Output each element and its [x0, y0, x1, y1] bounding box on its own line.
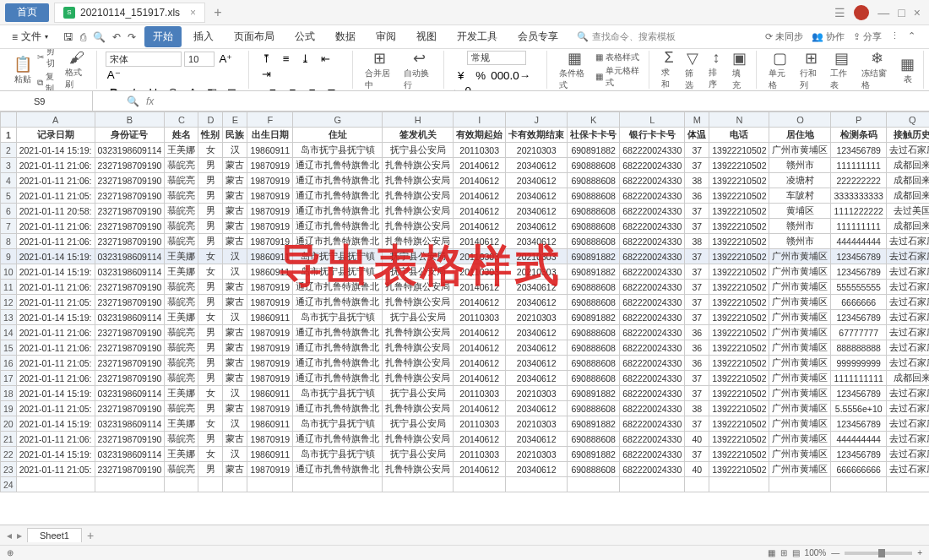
- cell[interactable]: 成都回来: [886, 173, 929, 188]
- cell[interactable]: 20110303: [454, 447, 506, 462]
- row-header[interactable]: 11: [1, 280, 17, 295]
- cell[interactable]: 13922210502: [709, 432, 769, 447]
- row-header[interactable]: 17: [1, 371, 17, 386]
- cell[interactable]: 2021-01-11 21:06:: [16, 234, 95, 249]
- cell[interactable]: 0323198609114: [95, 416, 165, 432]
- cell[interactable]: 690888608: [568, 234, 620, 249]
- view-page-icon[interactable]: ⊞: [780, 548, 787, 557]
- cell[interactable]: 2327198709190: [95, 234, 165, 249]
- cell[interactable]: 682220024330: [620, 264, 685, 280]
- cell[interactable]: 682220024330: [620, 340, 685, 356]
- row-header[interactable]: 15: [1, 340, 17, 356]
- cell[interactable]: 汉: [223, 386, 247, 401]
- cell[interactable]: 黄埔区: [769, 204, 831, 219]
- cell[interactable]: 20140612: [454, 295, 506, 310]
- cell[interactable]: 2021-01-11 21:06:: [16, 371, 95, 386]
- cell[interactable]: 2021-01-11 21:06:: [16, 325, 95, 340]
- header-cell[interactable]: 体温: [685, 128, 709, 143]
- cell[interactable]: 20210303: [506, 264, 568, 280]
- cell[interactable]: 19860911: [247, 447, 293, 462]
- cell[interactable]: 123456789: [831, 310, 886, 325]
- size-select[interactable]: 10: [184, 52, 215, 67]
- cell[interactable]: 19870919: [247, 188, 293, 204]
- search-cell-icon[interactable]: 🔍: [127, 95, 139, 107]
- cell[interactable]: 去过石家庄: [886, 447, 929, 462]
- cell[interactable]: [383, 477, 454, 492]
- cell[interactable]: 19870919: [247, 325, 293, 340]
- cell[interactable]: 20340612: [506, 158, 568, 173]
- cell[interactable]: 13922210502: [709, 310, 769, 325]
- sheet-tab[interactable]: Sheet1: [27, 528, 82, 542]
- undo-icon[interactable]: ↶: [112, 31, 121, 43]
- col-header-P[interactable]: P: [831, 112, 886, 128]
- cell[interactable]: 去过石家庄: [886, 234, 929, 249]
- cell[interactable]: 通辽市扎鲁特旗鲁北: [293, 173, 383, 188]
- cell[interactable]: 蒙古: [223, 432, 247, 447]
- cell[interactable]: 36: [685, 325, 709, 340]
- col-header-L[interactable]: L: [620, 112, 685, 128]
- name-box[interactable]: S9: [0, 91, 93, 111]
- cell[interactable]: 2327198709190: [95, 219, 165, 234]
- row-header[interactable]: 12: [1, 295, 17, 310]
- cell[interactable]: 去过石家庄: [886, 340, 929, 356]
- cell[interactable]: 682220024330: [620, 295, 685, 310]
- cell[interactable]: 682220024330: [620, 432, 685, 447]
- cell[interactable]: 20340612: [506, 356, 568, 371]
- cell[interactable]: 682220024330: [620, 204, 685, 219]
- col-header-E[interactable]: E: [223, 112, 247, 128]
- cell[interactable]: 13922210502: [709, 386, 769, 401]
- preview-icon[interactable]: 🔍: [93, 31, 106, 43]
- col-header-A[interactable]: A: [16, 112, 95, 128]
- cell[interactable]: 广州市黄埔区: [769, 447, 831, 462]
- row-header[interactable]: 24: [1, 477, 17, 492]
- cell[interactable]: 男: [198, 462, 223, 477]
- header-cell[interactable]: 有效期起始: [454, 128, 506, 143]
- cell[interactable]: 蒙古: [223, 173, 247, 188]
- cell[interactable]: 123456789: [831, 249, 886, 264]
- cell[interactable]: 40: [685, 462, 709, 477]
- cell[interactable]: 蒙古: [223, 158, 247, 173]
- cell[interactable]: 19860911: [247, 310, 293, 325]
- cell[interactable]: [769, 477, 831, 492]
- cell[interactable]: 13922210502: [709, 173, 769, 188]
- cell[interactable]: 19870919: [247, 432, 293, 447]
- cell[interactable]: 682220024330: [620, 447, 685, 462]
- cell[interactable]: 王美娜: [165, 143, 198, 158]
- cell[interactable]: 蒙古: [223, 340, 247, 356]
- cell[interactable]: 2021-01-11 21:06:: [16, 340, 95, 356]
- cell[interactable]: 2021-01-14 15:19:: [16, 416, 95, 432]
- currency-button[interactable]: ¥: [453, 68, 470, 83]
- cell[interactable]: 女: [198, 264, 223, 280]
- file-menu[interactable]: ≡ 文件 ▾: [5, 30, 55, 44]
- decrease-font-button[interactable]: A⁻: [106, 67, 122, 82]
- cell[interactable]: 去过石家庄: [886, 280, 929, 295]
- cell[interactable]: 0323198609114: [95, 447, 165, 462]
- cell[interactable]: 20340612: [506, 188, 568, 204]
- cell[interactable]: 2021-01-14 15:19:: [16, 249, 95, 264]
- cell[interactable]: 岛市抚宁县抚宁镇: [293, 386, 383, 401]
- cell[interactable]: 13922210502: [709, 264, 769, 280]
- cell[interactable]: 20340612: [506, 219, 568, 234]
- cell[interactable]: 车陂村: [769, 188, 831, 204]
- cell[interactable]: 20110303: [454, 249, 506, 264]
- cell[interactable]: 682220024330: [620, 416, 685, 432]
- cell[interactable]: 690888608: [568, 204, 620, 219]
- cell[interactable]: 38: [685, 401, 709, 416]
- cell[interactable]: 19860911: [247, 416, 293, 432]
- cell[interactable]: 广州市黄埔区: [769, 416, 831, 432]
- col-header-J[interactable]: J: [506, 112, 568, 128]
- cell[interactable]: 690888608: [568, 432, 620, 447]
- cell[interactable]: 111111111: [831, 158, 886, 173]
- header-cell[interactable]: 检测条码: [831, 128, 886, 143]
- cell[interactable]: 19860911: [247, 386, 293, 401]
- cell[interactable]: 0323198609114: [95, 143, 165, 158]
- cell[interactable]: 19870919: [247, 204, 293, 219]
- cell[interactable]: [709, 477, 769, 492]
- fill-button[interactable]: ▣填充: [729, 49, 751, 91]
- cell[interactable]: 慕皖亮: [165, 219, 198, 234]
- home-button[interactable]: 首页: [5, 3, 49, 22]
- fx-icon[interactable]: fx: [146, 95, 154, 107]
- underline-button[interactable]: U: [144, 84, 161, 91]
- freeze-button[interactable]: ❄冻结窗格: [858, 49, 895, 91]
- filter-button[interactable]: ▽筛选: [682, 49, 704, 91]
